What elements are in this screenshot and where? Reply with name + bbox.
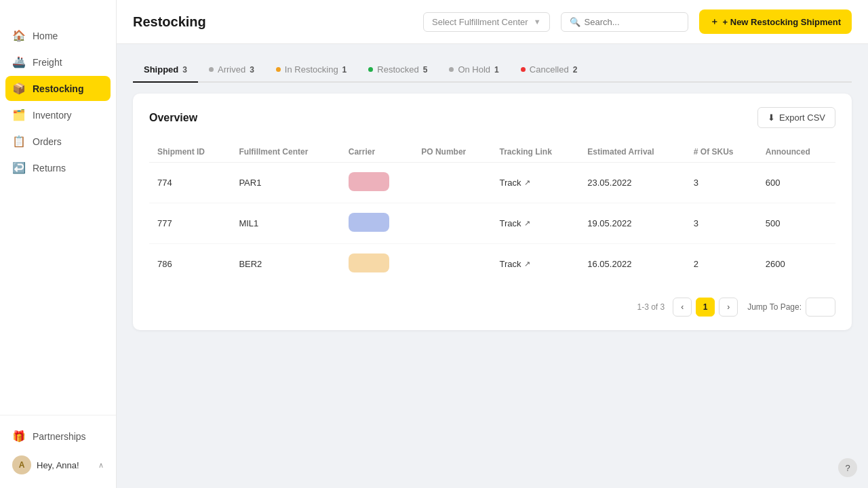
cell-po-number bbox=[413, 163, 491, 203]
avatar: A bbox=[12, 455, 31, 474]
orders-icon: 📋 bbox=[12, 135, 26, 148]
pagination-range: 1-3 of 3 bbox=[637, 302, 665, 312]
tab-on-hold[interactable]: On Hold 1 bbox=[438, 58, 509, 83]
plus-icon: ＋ bbox=[710, 16, 719, 28]
cell-estimated-arrival: 19.05.2022 bbox=[579, 203, 686, 244]
carrier-logo bbox=[349, 172, 389, 191]
main-header: Restocking Select Fulfillment Center ▼ 🔍… bbox=[117, 0, 868, 44]
freight-icon: 🚢 bbox=[12, 56, 26, 68]
download-icon: ⬇ bbox=[768, 113, 775, 123]
sidebar-item-home[interactable]: 🏠 Home bbox=[5, 23, 111, 48]
cell-po-number bbox=[413, 203, 491, 244]
external-link-icon: ↗ bbox=[524, 219, 530, 228]
tab-badge: 3 bbox=[182, 65, 187, 75]
overview-header: Overview ⬇ Export CSV bbox=[149, 107, 835, 128]
sidebar-item-label: Partnerships bbox=[33, 431, 86, 442]
tab-shipped[interactable]: Shipped 3 bbox=[133, 58, 198, 83]
shipments-table: Shipment ID Fulfillment Center Carrier P… bbox=[149, 142, 835, 284]
sidebar-bottom: 🎁 Partnerships A Hey, Anna! ∧ bbox=[0, 415, 116, 488]
cell-carrier bbox=[340, 244, 414, 285]
home-icon: 🏠 bbox=[12, 29, 26, 42]
cell-tracking[interactable]: Track ↗ bbox=[492, 244, 580, 285]
cell-carrier bbox=[340, 163, 414, 203]
user-row[interactable]: A Hey, Anna! ∧ bbox=[5, 450, 111, 480]
page-1-button[interactable]: 1 bbox=[696, 298, 715, 317]
tab-arrived[interactable]: Arrived 3 bbox=[198, 58, 265, 83]
overview-card: Overview ⬇ Export CSV Shipment ID Fulfil… bbox=[133, 94, 852, 330]
sidebar-item-orders[interactable]: 📋 Orders bbox=[5, 129, 111, 154]
overview-title: Overview bbox=[149, 112, 197, 124]
track-link[interactable]: Track ↗ bbox=[500, 259, 572, 269]
tab-label: Restocked bbox=[377, 64, 418, 75]
tab-badge: 1 bbox=[494, 65, 499, 75]
help-button[interactable]: ? bbox=[838, 458, 857, 477]
next-page-button[interactable]: › bbox=[719, 298, 738, 317]
cell-announced: 2600 bbox=[757, 244, 835, 285]
sidebar-item-restocking[interactable]: 📦 Restocking bbox=[5, 76, 111, 101]
export-csv-button[interactable]: ⬇ Export CSV bbox=[757, 107, 835, 128]
cell-skus: 3 bbox=[686, 203, 757, 244]
cell-skus: 3 bbox=[686, 163, 757, 203]
tab-dot bbox=[521, 67, 526, 72]
sidebar-item-label: Orders bbox=[33, 136, 62, 147]
new-shipment-button[interactable]: ＋ + New Restocking Shipment bbox=[699, 9, 852, 34]
col-shipment-id: Shipment ID bbox=[149, 142, 231, 163]
sidebar-item-label: Restocking bbox=[33, 83, 83, 94]
sidebar-nav: 🏠 Home 🚢 Freight 📦 Restocking 🗂️ Invento… bbox=[0, 20, 116, 415]
sidebar-item-label: Inventory bbox=[33, 110, 72, 121]
carrier-logo bbox=[349, 253, 389, 272]
pagination: 1-3 of 3 ‹ 1 › Jump To Page: bbox=[149, 298, 835, 317]
cell-estimated-arrival: 16.05.2022 bbox=[579, 244, 686, 285]
restocking-icon: 📦 bbox=[12, 82, 26, 95]
sidebar-item-label: Freight bbox=[33, 57, 62, 68]
sidebar-item-returns[interactable]: ↩️ Returns bbox=[5, 155, 111, 180]
table-row: 786 BER2 Track ↗ 16.05.2022 2 2600 bbox=[149, 244, 835, 285]
partnerships-icon: 🎁 bbox=[12, 430, 26, 443]
tab-label: In Restocking bbox=[285, 64, 338, 75]
user-name: Hey, Anna! bbox=[37, 460, 93, 470]
main-area: Restocking Select Fulfillment Center ▼ 🔍… bbox=[117, 0, 868, 488]
tab-cancelled[interactable]: Cancelled 2 bbox=[510, 58, 589, 83]
cell-po-number bbox=[413, 244, 491, 285]
cell-fulfillment: PAR1 bbox=[231, 163, 340, 203]
col-carrier: Carrier bbox=[340, 142, 414, 163]
search-icon: 🔍 bbox=[570, 17, 580, 27]
carrier-logo bbox=[349, 213, 389, 232]
tab-badge: 5 bbox=[423, 65, 428, 75]
jump-to-page-label: Jump To Page: bbox=[747, 302, 802, 312]
tab-in-restocking[interactable]: In Restocking 1 bbox=[265, 58, 357, 83]
fulfillment-placeholder: Select Fulfillment Center bbox=[432, 17, 528, 27]
page-title: Restocking bbox=[133, 14, 412, 30]
sidebar-item-inventory[interactable]: 🗂️ Inventory bbox=[5, 102, 111, 127]
track-link[interactable]: Track ↗ bbox=[500, 218, 572, 228]
cell-carrier bbox=[340, 203, 414, 244]
col-po-number: PO Number bbox=[413, 142, 491, 163]
sidebar: 🏠 Home 🚢 Freight 📦 Restocking 🗂️ Invento… bbox=[0, 0, 117, 488]
tab-dot bbox=[368, 67, 373, 72]
sidebar-item-partnerships[interactable]: 🎁 Partnerships bbox=[5, 424, 111, 449]
tab-label: On Hold bbox=[458, 64, 490, 75]
track-link[interactable]: Track ↗ bbox=[500, 178, 572, 188]
external-link-icon: ↗ bbox=[524, 178, 530, 187]
jump-to-page-input[interactable] bbox=[806, 298, 835, 317]
search-input[interactable] bbox=[585, 17, 679, 27]
cell-tracking[interactable]: Track ↗ bbox=[492, 203, 580, 244]
chevron-down-icon: ▼ bbox=[534, 18, 541, 26]
inventory-icon: 🗂️ bbox=[12, 108, 26, 121]
help-icon: ? bbox=[845, 463, 850, 473]
cell-skus: 2 bbox=[686, 244, 757, 285]
sidebar-item-label: Home bbox=[33, 30, 58, 41]
tabs-bar: Shipped 3 Arrived 3 In Restocking 1 Rest… bbox=[133, 58, 852, 83]
col-fulfillment-center: Fulfillment Center bbox=[231, 142, 340, 163]
sidebar-logo bbox=[0, 0, 116, 20]
fulfillment-center-select[interactable]: Select Fulfillment Center ▼ bbox=[423, 12, 550, 32]
tab-restocked[interactable]: Restocked 5 bbox=[357, 58, 438, 83]
table-row: 774 PAR1 Track ↗ 23.05.2022 3 600 bbox=[149, 163, 835, 203]
sidebar-item-freight[interactable]: 🚢 Freight bbox=[5, 49, 111, 75]
prev-page-button[interactable]: ‹ bbox=[673, 298, 692, 317]
cell-tracking[interactable]: Track ↗ bbox=[492, 163, 580, 203]
tab-badge: 2 bbox=[573, 65, 578, 75]
main-content: Shipped 3 Arrived 3 In Restocking 1 Rest… bbox=[117, 44, 868, 488]
tab-label: Arrived bbox=[218, 64, 245, 75]
cell-shipment-id: 786 bbox=[149, 244, 231, 285]
